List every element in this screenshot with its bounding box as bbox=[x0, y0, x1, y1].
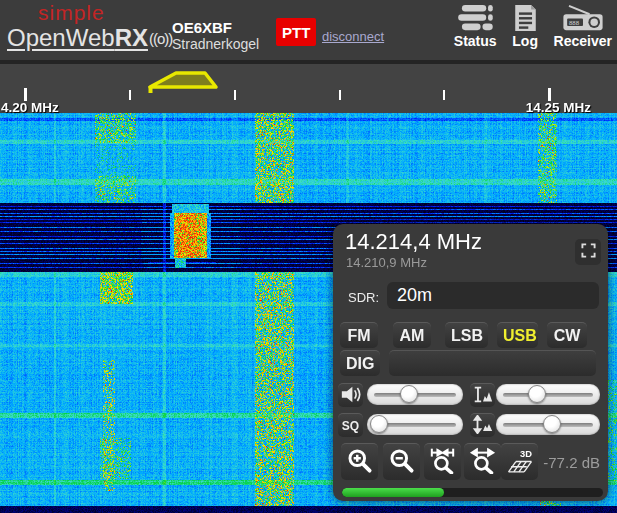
volume-slider[interactable] bbox=[367, 384, 463, 405]
nav-label-status: Status bbox=[454, 33, 497, 49]
mode-button-dig[interactable]: DIG bbox=[340, 350, 380, 376]
zoom-out-button[interactable] bbox=[383, 443, 420, 480]
mode-button-usb[interactable]: USB bbox=[497, 322, 538, 348]
receiver-panel: 14.214,4 MHz 14.210,9 MHz SDR: 20m FM AM… bbox=[333, 224, 608, 501]
mode-button-cw[interactable]: CW bbox=[547, 322, 587, 348]
svg-text:888: 888 bbox=[569, 20, 580, 26]
sdr-label: SDR: bbox=[348, 290, 379, 305]
tuned-frequency-display[interactable]: 14.214,4 MHz bbox=[345, 229, 482, 255]
waterfall-max-slider[interactable] bbox=[496, 384, 600, 405]
frequency-scale[interactable]: 4.20 MHz 14.25 MHz bbox=[0, 60, 617, 113]
openwebrx-logo[interactable]: OpenWebRX((o)) bbox=[7, 24, 172, 52]
slider-thumb[interactable] bbox=[400, 385, 418, 403]
slider-track bbox=[503, 393, 593, 397]
zoom-out-icon bbox=[388, 447, 415, 477]
header: simple OpenWebRX((o)) OE6XBF Stradnerkog… bbox=[0, 0, 617, 60]
slider-thumb[interactable] bbox=[528, 385, 546, 403]
waterfall-min-icon bbox=[472, 415, 494, 437]
receiver-radio-icon: 888 bbox=[561, 4, 605, 32]
zoom-in-icon bbox=[346, 447, 373, 477]
zoom-full-out-button[interactable] bbox=[464, 443, 501, 480]
antenna-icon: ((o)) bbox=[149, 30, 172, 47]
waterfall-max-icon bbox=[472, 385, 494, 407]
ptt-button[interactable]: PTT bbox=[276, 18, 316, 46]
nav-item-status[interactable]: Status bbox=[454, 4, 497, 49]
smeter-bar bbox=[342, 488, 603, 497]
zoom-in-button[interactable] bbox=[341, 443, 378, 480]
slider-thumb[interactable] bbox=[543, 415, 561, 433]
squelch-slider[interactable] bbox=[367, 414, 463, 435]
zoom-selection-icon bbox=[429, 447, 456, 477]
sdr-profile-select[interactable]: 20m bbox=[387, 282, 599, 309]
waterfall-max-button[interactable] bbox=[470, 383, 495, 407]
expand-corners-icon bbox=[581, 243, 596, 261]
openwebrx-app: simple OpenWebRX((o)) OE6XBF Stradnerkog… bbox=[0, 0, 617, 513]
waterfall-min-slider[interactable] bbox=[496, 414, 600, 435]
smeter-fill bbox=[342, 488, 444, 497]
passband-indicator[interactable] bbox=[0, 64, 617, 117]
digimode-select[interactable] bbox=[389, 350, 596, 376]
signal-level-readout: -77.2 dB bbox=[508, 454, 600, 471]
fullscreen-button[interactable] bbox=[575, 239, 601, 265]
zoom-selection-button[interactable] bbox=[424, 443, 461, 480]
nav-item-receiver[interactable]: 888 Receiver bbox=[554, 4, 612, 49]
logo-text-bold: RX bbox=[115, 24, 148, 51]
disconnect-link[interactable]: disconnect bbox=[322, 29, 384, 44]
log-document-icon bbox=[512, 4, 539, 32]
mode-button-fm[interactable]: FM bbox=[340, 322, 378, 348]
nav-label-log: Log bbox=[512, 33, 538, 49]
mode-button-am[interactable]: AM bbox=[393, 322, 431, 348]
header-nav: Status Log 888 bbox=[454, 4, 612, 49]
nav-label-receiver: Receiver bbox=[554, 33, 612, 49]
center-frequency-display: 14.210,9 MHz bbox=[346, 255, 427, 270]
nav-item-log[interactable]: Log bbox=[512, 4, 539, 49]
slider-thumb[interactable] bbox=[370, 415, 388, 433]
zoom-full-out-icon bbox=[469, 447, 496, 477]
station-location: Stradnerkogel bbox=[172, 36, 259, 53]
squelch-button[interactable]: SQ bbox=[338, 413, 363, 437]
speaker-icon bbox=[340, 385, 362, 407]
mute-button[interactable] bbox=[338, 383, 363, 407]
status-sliders-icon bbox=[456, 4, 494, 32]
logo-text: OpenWeb bbox=[7, 24, 115, 51]
station-callsign: OE6XBF bbox=[172, 19, 259, 36]
banner-simple: simple bbox=[38, 1, 105, 25]
mode-button-lsb[interactable]: LSB bbox=[445, 322, 488, 348]
waterfall-auto-button[interactable] bbox=[470, 413, 495, 437]
station-info: OE6XBF Stradnerkogel bbox=[172, 19, 259, 53]
